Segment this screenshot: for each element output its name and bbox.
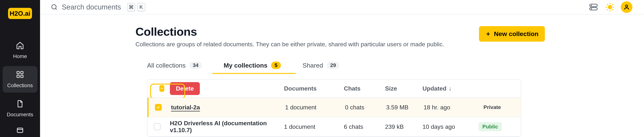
sidebar-item-label: Home xyxy=(13,53,27,59)
row-updated: 18 hr. ago xyxy=(424,104,480,111)
tab-label: Shared xyxy=(302,62,323,69)
document-icon xyxy=(16,100,24,109)
table-header-row: Delete Documents Chats Size Updated↓ xyxy=(148,80,521,98)
page-title: Collections xyxy=(136,25,479,38)
collections-table: Delete Documents Chats Size Updated↓ xyxy=(147,79,521,137)
col-documents[interactable]: Documents xyxy=(284,85,344,92)
tabs: All collections 34 My collections 5 Shar… xyxy=(136,62,644,74)
svg-point-10 xyxy=(608,5,612,9)
main-area: Search documents ⌘ K Collections Collect… xyxy=(40,0,644,137)
sidebar-item-more[interactable] xyxy=(2,124,38,137)
svg-point-5 xyxy=(52,5,56,9)
tab-my-collections[interactable]: My collections 5 xyxy=(224,62,281,74)
new-collection-label: New collection xyxy=(494,30,538,37)
svg-rect-1 xyxy=(21,71,23,74)
new-collection-button[interactable]: New collection xyxy=(479,26,545,42)
tab-count: 5 xyxy=(271,62,281,69)
topbar-actions xyxy=(588,1,632,13)
theme-toggle-icon[interactable] xyxy=(604,1,616,13)
home-icon xyxy=(16,41,24,51)
kbd-k: K xyxy=(137,3,146,11)
visibility-badge: Public xyxy=(478,122,502,131)
tab-label: My collections xyxy=(224,62,267,69)
brand-logo[interactable]: H2O.ai xyxy=(8,8,32,19)
svg-rect-3 xyxy=(21,75,23,77)
sidebar-item-collections[interactable]: Collections xyxy=(2,66,38,93)
page-subtitle: Collections are groups of related docume… xyxy=(136,41,479,48)
row-checkbox[interactable] xyxy=(154,123,160,130)
delete-button[interactable]: Delete xyxy=(170,82,200,95)
table-row[interactable]: tutorial-2a 1 document 0 chats 3.59 MB 1… xyxy=(148,98,521,117)
row-chats: 0 chats xyxy=(345,104,386,111)
col-chats[interactable]: Chats xyxy=(344,85,385,92)
row-updated: 10 days ago xyxy=(422,123,478,130)
sidebar: H2O.ai Home Collections Documents xyxy=(0,0,40,137)
sidebar-item-home[interactable]: Home xyxy=(2,37,38,63)
visibility-badge: Private xyxy=(480,103,504,112)
row-documents: 1 document xyxy=(284,123,344,130)
kbd-cmd: ⌘ xyxy=(127,3,135,11)
collection-name[interactable]: H2O Driverless AI (documentation v1.10.7… xyxy=(170,120,284,134)
search-icon xyxy=(50,3,58,11)
row-size: 239 kB xyxy=(385,123,422,130)
user-avatar[interactable] xyxy=(621,1,632,13)
grid-icon xyxy=(16,70,24,80)
search-input[interactable]: Search documents ⌘ K xyxy=(50,3,146,11)
search-placeholder: Search documents xyxy=(62,3,121,11)
sort-desc-icon: ↓ xyxy=(449,85,452,92)
tab-shared[interactable]: Shared 29 xyxy=(302,62,340,74)
sidebar-item-label: Documents xyxy=(7,112,33,118)
storage-icon[interactable] xyxy=(588,1,599,13)
sidebar-item-label: Collections xyxy=(7,83,33,89)
svg-rect-4 xyxy=(17,128,23,133)
tab-label: All collections xyxy=(147,62,186,69)
table-row[interactable]: H2O Driverless AI (documentation v1.10.7… xyxy=(148,117,521,137)
collection-name[interactable]: tutorial-2a xyxy=(171,104,285,111)
row-checkbox[interactable] xyxy=(155,104,162,111)
sidebar-nav: Home Collections Documents xyxy=(0,37,40,137)
svg-rect-0 xyxy=(17,71,20,74)
col-updated[interactable]: Updated↓ xyxy=(422,85,478,92)
select-all-checkbox[interactable] xyxy=(160,85,164,92)
row-documents: 1 document xyxy=(285,104,345,111)
plus-icon xyxy=(485,31,491,37)
svg-point-11 xyxy=(626,5,628,7)
svg-point-9 xyxy=(591,8,592,9)
svg-rect-2 xyxy=(17,75,20,77)
row-chats: 6 chats xyxy=(344,123,385,130)
window-icon xyxy=(16,126,24,136)
tab-count: 29 xyxy=(327,62,340,69)
topbar: Search documents ⌘ K xyxy=(40,0,644,14)
page-content: Collections Collections are groups of re… xyxy=(40,14,644,137)
svg-point-8 xyxy=(591,5,592,6)
tab-all-collections[interactable]: All collections 34 xyxy=(147,62,202,74)
row-size: 3.59 MB xyxy=(386,104,424,111)
tab-count: 34 xyxy=(189,62,202,69)
col-size[interactable]: Size xyxy=(385,85,422,92)
sidebar-item-documents[interactable]: Documents xyxy=(2,95,38,122)
